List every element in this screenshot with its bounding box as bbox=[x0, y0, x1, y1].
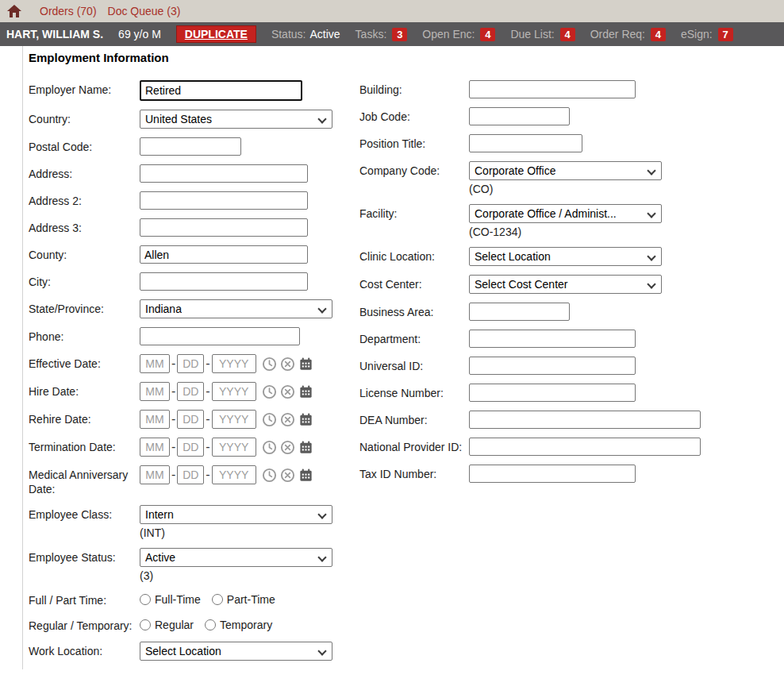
address-input[interactable] bbox=[140, 164, 308, 183]
termination-date-month-input[interactable] bbox=[140, 438, 170, 457]
company-code-code: (CO) bbox=[469, 183, 784, 195]
full-time-radio-input[interactable] bbox=[140, 594, 151, 605]
phone-input[interactable] bbox=[140, 327, 300, 345]
facility-select[interactable]: Corporate Office / Administ... bbox=[469, 204, 662, 223]
temporary-radio[interactable]: Temporary bbox=[205, 619, 272, 631]
clear-date-icon[interactable] bbox=[280, 357, 295, 372]
part-time-radio-input[interactable] bbox=[212, 594, 223, 605]
full-time-radio[interactable]: Full-Time bbox=[140, 593, 201, 606]
building-input[interactable] bbox=[469, 80, 636, 98]
employer-name-label: Employer Name: bbox=[29, 80, 140, 97]
duplicate-button[interactable]: DUPLICATE bbox=[176, 25, 256, 43]
company-code-select[interactable]: Corporate Office bbox=[469, 161, 662, 180]
hire-date-day-input[interactable] bbox=[177, 382, 204, 401]
order-req-badge: 4 bbox=[651, 28, 666, 41]
rehire-date-year-input[interactable] bbox=[212, 410, 256, 429]
universal-id-input[interactable] bbox=[469, 357, 636, 375]
temporary-radio-input[interactable] bbox=[205, 619, 216, 630]
country-select[interactable]: United States bbox=[140, 110, 332, 129]
national-provider-id-input[interactable] bbox=[469, 438, 701, 456]
clear-date-icon[interactable] bbox=[280, 468, 295, 483]
tax-id-number-input[interactable] bbox=[469, 465, 636, 483]
termination-date-year-input[interactable] bbox=[212, 438, 256, 457]
part-time-radio[interactable]: Part-Time bbox=[212, 593, 275, 606]
date-separator: - bbox=[171, 440, 175, 454]
current-time-icon[interactable] bbox=[262, 468, 277, 483]
county-input[interactable] bbox=[140, 245, 308, 264]
clear-date-icon[interactable] bbox=[280, 440, 295, 455]
country-select-value: United States bbox=[145, 113, 212, 125]
calendar-icon[interactable] bbox=[298, 468, 313, 483]
current-time-icon[interactable] bbox=[262, 357, 277, 372]
calendar-icon[interactable] bbox=[298, 440, 313, 455]
date-separator: - bbox=[171, 384, 175, 399]
regular-radio-label: Regular bbox=[155, 619, 194, 631]
termination-date-day-input[interactable] bbox=[177, 438, 204, 457]
work-location-select[interactable]: Select Location bbox=[140, 642, 332, 661]
state-province-select-value: Indiana bbox=[145, 303, 182, 315]
rehire-date-month-input[interactable] bbox=[140, 410, 170, 429]
hire-date-year-input[interactable] bbox=[212, 382, 256, 401]
field-country: Country: United States bbox=[29, 110, 359, 129]
date-separator: - bbox=[206, 412, 209, 426]
esign-counter[interactable]: eSign: 7 bbox=[681, 28, 733, 41]
part-time-radio-label: Part-Time bbox=[227, 593, 275, 606]
current-time-icon[interactable] bbox=[262, 440, 277, 455]
employer-name-input[interactable] bbox=[140, 80, 302, 101]
field-address2: Address 2: bbox=[29, 191, 359, 210]
chevron-down-icon bbox=[647, 166, 655, 175]
field-universal-id: Universal ID: bbox=[359, 357, 784, 375]
employee-class-select[interactable]: Intern bbox=[140, 505, 332, 524]
rehire-date-day-input[interactable] bbox=[177, 410, 204, 429]
license-number-input[interactable] bbox=[469, 384, 636, 402]
city-input[interactable] bbox=[140, 272, 308, 291]
county-label: County: bbox=[29, 245, 140, 262]
state-province-select[interactable]: Indiana bbox=[140, 299, 332, 318]
effective-date-month-input[interactable] bbox=[140, 354, 170, 373]
job-code-label: Job Code: bbox=[359, 107, 469, 124]
regular-radio-input[interactable] bbox=[140, 619, 151, 630]
current-time-icon[interactable] bbox=[262, 412, 277, 427]
job-code-input[interactable] bbox=[469, 107, 570, 125]
regular-radio[interactable]: Regular bbox=[140, 619, 194, 631]
cost-center-select[interactable]: Select Cost Center bbox=[469, 275, 662, 294]
business-area-input[interactable] bbox=[469, 303, 570, 321]
status-value: Active bbox=[309, 28, 340, 40]
department-input[interactable] bbox=[469, 330, 636, 348]
doc-queue-link[interactable]: Doc Queue (3) bbox=[108, 5, 181, 17]
clinic-location-label: Clinic Location: bbox=[359, 247, 469, 264]
address2-input[interactable] bbox=[140, 191, 308, 210]
field-department: Department: bbox=[359, 330, 784, 348]
dea-number-input[interactable] bbox=[469, 411, 701, 429]
clinic-location-select[interactable]: Select Location bbox=[469, 247, 662, 266]
orders-link[interactable]: Orders (70) bbox=[40, 5, 97, 17]
field-employee-status: Employee Status: Active (3) bbox=[29, 548, 359, 582]
position-title-input[interactable] bbox=[469, 134, 582, 152]
address3-input[interactable] bbox=[140, 218, 308, 237]
order-req-counter[interactable]: Order Req: 4 bbox=[590, 28, 666, 41]
calendar-icon[interactable] bbox=[298, 384, 313, 399]
effective-date-year-input[interactable] bbox=[212, 354, 256, 373]
patient-name: HART, WILLIAM S. bbox=[6, 28, 103, 40]
postal-code-input[interactable] bbox=[140, 137, 241, 156]
due-list-counter[interactable]: Due List: 4 bbox=[510, 28, 575, 41]
order-req-label: Order Req: bbox=[590, 28, 645, 40]
field-job-code: Job Code: bbox=[359, 107, 784, 125]
employee-status-select[interactable]: Active bbox=[140, 548, 332, 567]
date-separator: - bbox=[206, 440, 209, 454]
calendar-icon[interactable] bbox=[298, 357, 313, 372]
termination-date-label: Termination Date: bbox=[29, 438, 140, 454]
tasks-counter[interactable]: Tasks: 3 bbox=[355, 28, 408, 41]
chevron-down-icon bbox=[317, 553, 326, 561]
calendar-icon[interactable] bbox=[298, 412, 313, 427]
hire-date-month-input[interactable] bbox=[140, 382, 170, 401]
clear-date-icon[interactable] bbox=[280, 412, 295, 427]
medical-anniversary-date-day-input[interactable] bbox=[177, 465, 204, 484]
home-icon[interactable] bbox=[6, 4, 22, 18]
current-time-icon[interactable] bbox=[262, 384, 277, 399]
clear-date-icon[interactable] bbox=[280, 384, 295, 399]
medical-anniversary-date-year-input[interactable] bbox=[212, 465, 256, 484]
effective-date-day-input[interactable] bbox=[177, 354, 204, 373]
medical-anniversary-date-month-input[interactable] bbox=[140, 465, 170, 484]
open-enc-counter[interactable]: Open Enc: 4 bbox=[422, 28, 495, 41]
